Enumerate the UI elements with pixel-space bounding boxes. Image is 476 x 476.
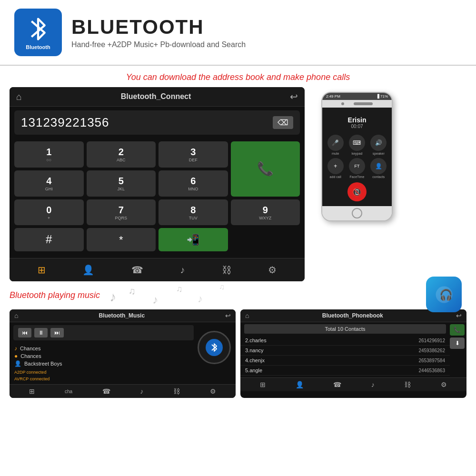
album-name: Backstreet Boys [24,361,62,367]
call-timer: 00:07 [326,124,388,129]
svg-text:♪: ♪ [152,293,158,306]
album-icon: 👤 [14,360,21,367]
contact-chenjx: 4.chenjx [245,357,418,363]
sbb-link[interactable]: ⛓ [173,387,180,395]
dial-4[interactable]: 4GHI [14,170,84,197]
prev-btn[interactable]: ⏮ [18,328,31,337]
contact-row: 3.nancy 2459386262 [240,346,450,356]
dial-0[interactable]: 0+ [14,199,84,226]
bt-album-icon [206,339,223,356]
pb-sbb-apps[interactable]: ⊞ [260,381,266,388]
phone-home-button[interactable] [352,208,362,218]
home-icon[interactable]: ⌂ [16,91,22,102]
contact-row: 2.charles 2614296912 [240,336,450,346]
pb-sbb-contacts[interactable]: 👤 [296,381,304,388]
track-name: Chances [20,346,40,351]
dialpad-input-row: 131239221356 ⌫ [14,110,300,135]
music-controls: ⏮ ⏸ ⏭ [13,325,194,340]
bottom-apps-icon[interactable]: ⊞ [38,264,46,276]
delete-button[interactable]: ⌫ [273,116,293,129]
bottom-settings-icon[interactable]: ⚙ [268,264,277,276]
contacts-btn[interactable]: 👤 [370,158,387,174]
dial-5[interactable]: 5JKL [87,170,156,197]
download-contact-btn[interactable]: ⬇ [450,337,465,349]
dialpad-screen: ⌂ Bluetooth_Connect ↩ 131239221356 ⌫ 1○○… [10,87,305,281]
phone-mockup: 2:49 PM ▋71% Erisin 00:07 🎤 mute ⌨ keyp [321,92,393,221]
bt-headphones-icon: 🎧 [432,283,456,307]
phonebook-total: Total 10 Contacts [244,324,446,334]
dial-1[interactable]: 1○○ [14,141,84,168]
artist-row: ● Chances [14,353,193,359]
music-home-icon[interactable]: ⌂ [14,312,18,319]
back-icon[interactable]: ↩ [290,91,298,102]
phonebook-home-icon[interactable]: ⌂ [245,312,249,319]
music-back-icon[interactable]: ↩ [225,312,231,319]
page-title: BLUETOOTH [71,16,246,39]
pb-sbb-settings[interactable]: ⚙ [441,381,447,388]
sbb-music[interactable]: ♪ [140,387,143,395]
screen-title: Bluetooth_Connect [121,92,191,101]
facetime-btn[interactable]: FT [349,158,365,174]
dialpad-grid: 1○○ 2ABC 3DEF 📞 4GHI 5JKL 6MNO 0+ 7PQRS … [10,139,305,256]
call-end-button[interactable]: 📲 [159,228,228,251]
dial-star[interactable]: * [87,228,156,251]
header-subtitle: Hand-free +A2DP Music+ Pb-download and S… [71,40,246,49]
next-btn[interactable]: ⏭ [50,328,64,337]
dial-2[interactable]: 2ABC [87,141,156,168]
caller-name: Erisin [326,116,388,124]
mute-btn[interactable]: 🎤 [327,135,344,151]
keypad-btn[interactable]: ⌨ [349,135,365,151]
add-call-label: add call [326,175,345,178]
svg-text:♫: ♫ [176,284,183,294]
sbb-bt[interactable]: ☎ [102,387,110,395]
call-contact-btn[interactable]: 📞 [450,324,465,336]
music-screen: ⌂ Bluetooth_Music ↩ ⏮ ⏸ ⏭ ♪ Chances ● [10,309,236,398]
phonebook-bottom-bar: ⊞ 👤 ☎ ♪ ⛓ ⚙ [240,377,466,391]
facetime-label: FaceTime [347,175,366,178]
bt-music-icon-container: 🎧 [426,277,462,312]
svg-text:♫: ♫ [129,286,136,296]
avrcp-status: AVRCP connected [10,376,198,382]
pb-sbb-bt[interactable]: ☎ [333,381,341,388]
keypad-label: keypad [347,152,366,155]
dial-hash[interactable]: # [14,228,84,251]
side-buttons: 📞 ⬇ [450,322,466,376]
bt-symbol-small [209,342,219,353]
contacts-label: contacts [369,175,388,178]
play-btn[interactable]: ⏸ [34,328,48,337]
bottom-link-icon[interactable]: ⛓ [222,265,231,276]
pb-sbb-link[interactable]: ⛓ [404,381,411,388]
bottom-contacts-icon[interactable]: 👤 [82,264,94,276]
dial-3[interactable]: 3DEF [159,141,228,168]
contact-row: 4.chenjx 2653897584 [240,356,450,366]
sbb-search[interactable]: cha [65,389,72,394]
music-section-label: Bluetooth playing music [10,290,100,300]
dialed-number: 131239221356 [21,115,273,130]
dial-6[interactable]: 6MNO [159,170,228,197]
end-call-btn[interactable]: 📵 [347,182,367,201]
call-button[interactable]: 📞 [231,141,300,197]
phonebook-list: Total 10 Contacts 2.charles 2614296912 3… [240,322,450,376]
dial-8[interactable]: 8TUV [159,199,228,226]
speaker-btn[interactable]: 🔊 [370,135,387,151]
contact-charles-num: 2614296912 [418,338,445,343]
phone-home-bar [322,206,392,220]
sbb-apps[interactable]: ⊞ [29,387,35,395]
bottom-phone-icon[interactable]: ☎ [131,264,143,276]
dial-7[interactable]: 7PQRS [87,199,156,226]
sbb-settings[interactable]: ⚙ [210,387,216,395]
svg-text:♪: ♪ [109,289,116,304]
music-label: Bluetooth playing music [10,290,100,300]
phonebook-content: Total 10 Contacts 2.charles 2614296912 3… [240,322,466,376]
logo-label: Bluetooth [26,44,50,50]
add-call-btn[interactable]: + [327,158,344,174]
phone-battery: ▋71% [377,94,388,99]
dial-9[interactable]: 9WXYZ [231,199,300,226]
a2dp-status: A2DP connected [10,369,198,376]
dialpad-bottom-bar: ⊞ 👤 ☎ ♪ ⛓ ⚙ [10,258,305,281]
pb-sbb-music[interactable]: ♪ [371,381,375,388]
bottom-music-icon[interactable]: ♪ [180,265,185,276]
contact-charles: 2.charles [245,337,418,343]
phonebook-back-icon[interactable]: ↩ [456,312,462,319]
mute-label: mute [326,152,345,155]
